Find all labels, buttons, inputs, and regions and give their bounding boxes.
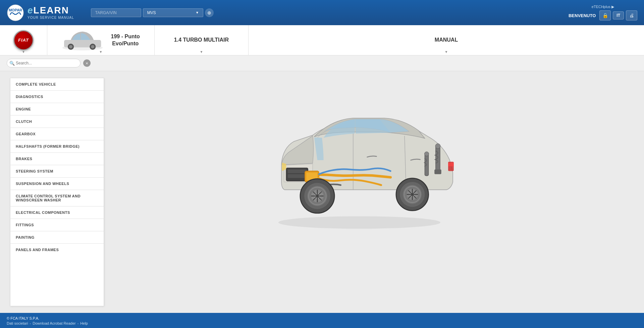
- sidebar-item-electrical[interactable]: ELECTRICAL COMPONENTS: [10, 206, 104, 219]
- footer-sep1: -: [30, 321, 31, 325]
- footer-link-dati[interactable]: Dati societari: [7, 321, 28, 325]
- sidebar-item-complete-vehicle[interactable]: COMPLETE VEHICLE: [10, 78, 104, 91]
- sidebar-item-diagnostics[interactable]: DIAGNOSTICS: [10, 91, 104, 103]
- elearn-text: eLEARN YOUR SERVICE MANUAL: [28, 6, 74, 19]
- model-chevron: ▼: [99, 50, 103, 54]
- sidebar-item-clutch[interactable]: CLUTCH: [10, 115, 104, 128]
- sidebar-item-steering[interactable]: STEERING SYSTEM: [10, 165, 104, 178]
- brand-section[interactable]: FIAT ▼: [0, 25, 47, 55]
- mopar-icon: MOPAR: [7, 4, 24, 21]
- language-button[interactable]: IT: [613, 11, 624, 19]
- elearn-brand: eLEARN: [28, 6, 74, 15]
- lock-button[interactable]: 🔒: [599, 10, 611, 20]
- engine-label: 1.4 TURBO MULTIAIR: [174, 37, 229, 44]
- sidebar-item-halfshafts[interactable]: HALFSHAFTS (FORMER BRIDGE): [10, 140, 104, 153]
- svg-point-0: [7, 5, 23, 21]
- car-diagram: [257, 81, 491, 249]
- footer-sep2: -: [77, 321, 79, 325]
- sidebar-item-suspension[interactable]: SUSPENSION AND WHEELS: [10, 178, 104, 190]
- car-cutaway-illustration: [257, 81, 475, 239]
- sidebar-item-gearbox[interactable]: GEARBOX: [10, 128, 104, 140]
- e-letter: e: [28, 5, 34, 15]
- header-nav: MVS ▼ ⊕: [91, 8, 214, 17]
- engine-section[interactable]: 1.4 TURBO MULTIAIR ▼: [155, 25, 249, 55]
- footer-link-acrobat[interactable]: Download Acrobat Reader: [33, 321, 75, 325]
- engine-chevron: ▼: [200, 50, 203, 54]
- footer-copyright: © FCA ITALY S.P.A.: [7, 316, 637, 320]
- model-section[interactable]: 199 - Punto Evo/Punto ▼: [47, 25, 155, 55]
- svg-point-5: [69, 45, 72, 49]
- sidebar-item-painting[interactable]: PAINTING: [10, 231, 104, 244]
- svg-point-7: [91, 45, 94, 49]
- nav-search-button[interactable]: ⊕: [205, 8, 214, 17]
- brand-chevron: ▼: [22, 50, 25, 54]
- targa-vin-input[interactable]: [91, 8, 141, 17]
- sidebar-item-climate-control[interactable]: CLIMATE CONTROL SYSTEM AND WINDSCREEN WA…: [10, 190, 104, 206]
- footer: © FCA ITALY S.P.A. Dati societari - Down…: [0, 313, 644, 328]
- mopar-logo: MOPAR: [7, 4, 24, 21]
- search-input[interactable]: [7, 59, 80, 67]
- search-clear-icon: ×: [86, 61, 88, 66]
- footer-links: Dati societari - Download Acrobat Reader…: [7, 321, 637, 325]
- manual-section[interactable]: MANUAL ▼: [249, 25, 644, 55]
- svg-rect-13: [288, 174, 307, 178]
- search-icon: 🔍: [9, 61, 15, 66]
- elearn-subtitle: YOUR SERVICE MANUAL: [28, 16, 74, 19]
- sidebar-item-fittings[interactable]: FITTINGS: [10, 219, 104, 231]
- sidebar-item-brakes[interactable]: BRAKES: [10, 153, 104, 165]
- vehicle-bar: FIAT ▼ 199 - Punt: [0, 25, 644, 55]
- manual-label: MANUAL: [435, 37, 458, 44]
- svg-text:MOPAR: MOPAR: [9, 8, 22, 12]
- svg-rect-17: [434, 170, 441, 174]
- model-name: 199 - Punto Evo/Punto: [110, 33, 141, 47]
- car-thumbnail: [61, 28, 104, 52]
- fiat-badge: FIAT: [13, 30, 34, 50]
- mvs-dropdown[interactable]: MVS ▼: [143, 8, 203, 17]
- svg-rect-42: [448, 162, 454, 166]
- header-right: eTECHplus ▶ BENVENUTO 🔒 IT 🖨: [569, 0, 637, 25]
- fiat-badge-text: FIAT: [18, 38, 29, 43]
- svg-point-18: [435, 144, 440, 149]
- header-buttons: BENVENUTO 🔒 IT 🖨: [569, 10, 637, 20]
- search-bar: 🔍 ×: [0, 55, 644, 71]
- search-wrapper: 🔍: [7, 59, 80, 67]
- nav-search-icon: ⊕: [207, 10, 211, 15]
- sidebar: COMPLETE VEHICLE DIAGNOSTICS ENGINE CLUT…: [10, 78, 104, 306]
- main-content: COMPLETE VEHICLE DIAGNOSTICS ENGINE CLUT…: [0, 71, 644, 313]
- lock-icon: 🔒: [602, 13, 608, 18]
- svg-point-20: [425, 152, 429, 156]
- footer-link-help[interactable]: Help: [80, 321, 88, 325]
- manual-chevron: ▼: [445, 50, 448, 54]
- benvenuto-label: BENVENUTO: [569, 13, 596, 18]
- sidebar-item-engine[interactable]: ENGINE: [10, 103, 104, 115]
- etech-link[interactable]: eTECHplus ▶: [592, 5, 614, 9]
- svg-point-8: [278, 216, 440, 229]
- logo-area: MOPAR eLEARN YOUR SERVICE MANUAL: [7, 4, 74, 21]
- content-area: [104, 71, 644, 313]
- svg-rect-12: [288, 170, 307, 173]
- top-header: MOPAR eLEARN YOUR SERVICE MANUAL MVS ▼ ⊕…: [0, 0, 644, 25]
- print-button[interactable]: 🖨: [626, 10, 637, 20]
- print-icon: 🖨: [629, 13, 634, 18]
- search-clear-button[interactable]: ×: [83, 59, 91, 67]
- sidebar-item-panels[interactable]: PANELS AND FRAMES: [10, 244, 104, 256]
